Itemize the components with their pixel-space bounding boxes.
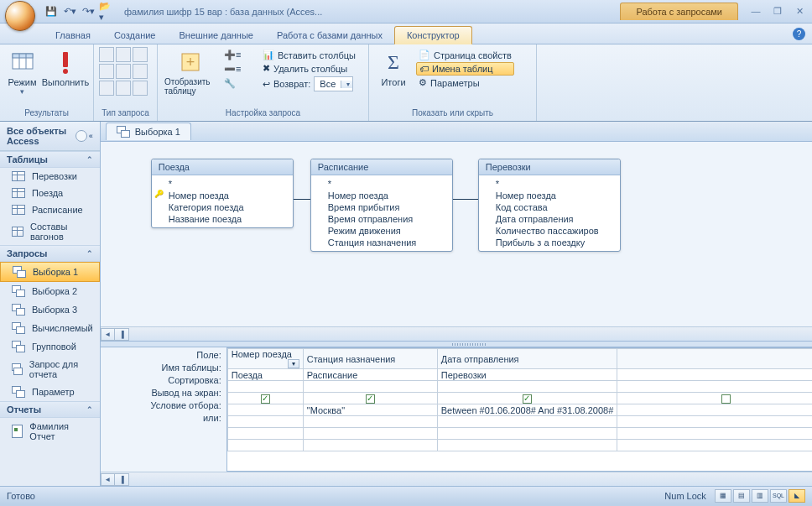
nav-item[interactable]: Перевозки — [0, 168, 100, 185]
grid-cell[interactable] — [227, 404, 303, 416]
table-field[interactable]: Прибыль з а поездку — [479, 237, 620, 248]
view-button[interactable]: Режим▾ — [5, 47, 39, 97]
parameters-button[interactable]: ⚙Параметры — [416, 76, 514, 89]
nav-header[interactable]: Все объекты Access « — [0, 122, 100, 151]
tab-design[interactable]: Конструктор — [394, 26, 472, 44]
grid-cell[interactable]: "Москва" — [303, 404, 437, 416]
help-icon[interactable]: ? — [793, 28, 805, 40]
show-checkbox[interactable] — [721, 394, 731, 404]
grid-cell[interactable] — [617, 393, 812, 404]
totals-button[interactable]: Σ Итоги — [374, 47, 413, 89]
table-field[interactable]: Количество пассажиров — [479, 225, 620, 237]
grid-cell[interactable] — [303, 440, 437, 451]
query-grid-table[interactable]: Номер поезда▾Станция назначенияДата отпр… — [227, 348, 812, 451]
table-field[interactable]: Станция назначения — [311, 237, 452, 248]
grid-cell[interactable] — [437, 381, 617, 393]
table-field[interactable]: Дата отправления — [479, 213, 620, 225]
table-names-button[interactable]: 🏷Имена таблиц — [416, 62, 514, 76]
grid-cell[interactable]: Расписание — [303, 369, 437, 381]
tab-database-tools[interactable]: Работа с базами данных — [265, 27, 394, 44]
grid-cell[interactable]: Поезда — [227, 369, 303, 381]
table-field[interactable]: * — [311, 178, 452, 190]
grid-cell[interactable] — [227, 393, 303, 404]
table-field[interactable]: Номер поезда — [479, 190, 620, 201]
grid-cell[interactable] — [303, 381, 437, 393]
table-field[interactable]: Номер поезда — [311, 190, 452, 201]
table-box-header[interactable]: Расписание — [311, 159, 452, 175]
table-box-header[interactable]: Поезда — [152, 159, 293, 175]
grid-cell[interactable] — [617, 381, 812, 393]
show-checkbox[interactable] — [523, 394, 532, 404]
grid-cell[interactable] — [227, 381, 303, 393]
minimize-button[interactable]: — — [748, 6, 763, 17]
view-chart-button[interactable]: ▥ — [752, 489, 768, 503]
show-table-button[interactable]: + Отобразить таблицу — [163, 47, 218, 97]
grid-cell[interactable] — [437, 416, 617, 428]
office-button[interactable] — [5, 1, 35, 31]
splitter[interactable] — [101, 341, 812, 347]
return-combo[interactable]: ↩Возврат: Все▾ — [260, 76, 358, 92]
grid-cell[interactable]: Номер поезда▾ — [227, 349, 303, 369]
close-button[interactable]: ✕ — [792, 6, 807, 17]
nav-item[interactable]: Расписание — [0, 201, 100, 218]
grid-cell[interactable] — [617, 369, 812, 381]
nav-item[interactable]: Выборка 2 — [0, 282, 100, 300]
designer-hscroll[interactable]: ◄▐► — [101, 326, 812, 341]
nav-filter-icon[interactable] — [75, 130, 87, 142]
grid-cell[interactable] — [227, 428, 303, 440]
grid-cell[interactable] — [303, 416, 437, 428]
table-box[interactable]: Перевозки*Номер поездаКод составаДата от… — [478, 159, 621, 252]
nav-item[interactable]: Вычисляемый — [0, 319, 100, 337]
restore-button[interactable]: ❐ — [770, 6, 785, 17]
grid-cell[interactable] — [617, 428, 812, 440]
save-icon[interactable]: 💾 — [44, 4, 59, 19]
query-designer[interactable]: Поезда*Номер поездаКатегория поездаНазва… — [101, 142, 812, 326]
tab-create[interactable]: Создание — [102, 27, 168, 44]
grid-cell[interactable] — [617, 349, 812, 369]
grid-cell[interactable] — [227, 440, 303, 451]
table-box-header[interactable]: Перевозки — [479, 159, 620, 175]
table-field[interactable]: Время прибытия — [311, 201, 452, 213]
delete-columns-button[interactable]: ✖Удалить столбцы — [260, 62, 358, 75]
table-box[interactable]: Расписание*Номер поездаВремя прибытияВре… — [310, 159, 453, 252]
grid-cell[interactable] — [617, 440, 812, 451]
view-sql-button[interactable]: SQL — [770, 489, 787, 503]
grid-cell[interactable] — [437, 440, 617, 451]
table-field[interactable]: Время отправления — [311, 213, 452, 225]
delete-rows-icon[interactable]: ➖≡ — [221, 63, 257, 76]
view-datasheet-button[interactable]: ▦ — [715, 489, 731, 503]
nav-item[interactable]: Выборка 1 — [0, 262, 100, 282]
nav-group-header[interactable]: Таблицы⌃ — [0, 151, 100, 168]
nav-item[interactable]: Запрос для отчета — [0, 356, 100, 383]
show-checkbox[interactable] — [366, 394, 375, 404]
grid-hscroll[interactable]: ◄▐► — [101, 472, 812, 486]
insert-columns-button[interactable]: 📊Вставить столбцы — [260, 49, 358, 61]
table-field[interactable]: * — [479, 178, 620, 190]
insert-rows-icon[interactable]: ➕≡ — [221, 49, 257, 61]
context-tab[interactable]: Работа с запросами — [620, 3, 738, 20]
table-field[interactable]: Номер поезда — [152, 190, 293, 201]
table-field[interactable]: Режим движения — [311, 225, 452, 237]
nav-item[interactable]: Групповой — [0, 337, 100, 356]
grid-cell[interactable] — [617, 416, 812, 428]
nav-group-header[interactable]: Запросы⌃ — [0, 245, 100, 262]
grid-cell[interactable]: Дата отправления — [437, 349, 617, 369]
grid-cell[interactable] — [303, 393, 437, 404]
redo-icon[interactable]: ↷▾ — [81, 4, 96, 19]
grid-cell[interactable] — [437, 428, 617, 440]
tab-external-data[interactable]: Внешние данные — [168, 27, 265, 44]
open-icon[interactable]: 📂▾ — [99, 4, 114, 19]
nav-item[interactable]: Фамилия Отчет — [0, 418, 100, 445]
table-box[interactable]: Поезда*Номер поездаКатегория поездаНазва… — [151, 159, 294, 228]
show-checkbox[interactable] — [261, 394, 270, 404]
property-sheet-button[interactable]: 📄Страница свойств — [416, 49, 514, 61]
table-field[interactable]: Название поезда — [152, 213, 293, 225]
grid-cell[interactable] — [617, 404, 812, 416]
nav-item[interactable]: Поезда — [0, 185, 100, 201]
table-field[interactable]: * — [152, 178, 293, 190]
view-design-button[interactable]: ◣ — [789, 489, 805, 503]
table-field[interactable]: Код состава — [479, 201, 620, 213]
grid-cell[interactable]: Between #01.06.2008# And #31.08.2008# — [437, 404, 617, 416]
tab-home[interactable]: Главная — [44, 27, 102, 44]
builder-icon[interactable]: 🔧 — [221, 77, 257, 90]
